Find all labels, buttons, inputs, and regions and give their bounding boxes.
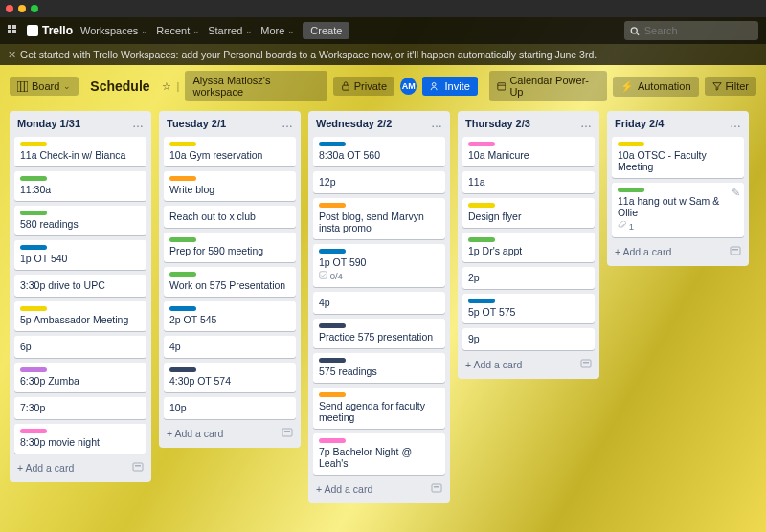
minimize-window-icon[interactable]	[18, 5, 26, 12]
nav-recent[interactable]: Recent⌄	[156, 25, 200, 36]
banner-text: Get started with Trello Workspaces: add …	[20, 49, 597, 60]
member-avatar[interactable]: AM	[400, 78, 417, 95]
card[interactable]: 8:30a OT 560	[313, 137, 445, 166]
filter-button[interactable]: Filter	[705, 77, 756, 96]
card[interactable]: 4p	[164, 336, 296, 358]
add-card-button[interactable]: + Add a card	[313, 479, 445, 496]
add-card-button[interactable]: + Add a card	[164, 424, 296, 440]
card[interactable]: 10a OTSC - Faculty Meeting	[612, 137, 744, 178]
card[interactable]: 10a Gym reservation	[164, 137, 296, 166]
card[interactable]: Prep for 590 meeting	[164, 233, 296, 262]
card[interactable]: Reach out to x club	[164, 206, 296, 228]
board-title[interactable]: Schedule	[84, 76, 155, 97]
close-window-icon[interactable]	[6, 5, 13, 12]
list: Monday 1/31…11a Check-in w/ Bianca11:30a…	[10, 111, 151, 482]
card[interactable]: 5p OT 575	[462, 294, 595, 323]
card[interactable]: 10p	[164, 397, 296, 419]
card[interactable]: 580 readings	[14, 206, 146, 235]
board-view-button[interactable]: Board⌄	[10, 77, 79, 96]
list-title[interactable]: Thursday 2/3	[465, 118, 530, 129]
search-box[interactable]	[624, 21, 758, 40]
card-label	[468, 299, 495, 303]
card-label	[169, 272, 196, 277]
create-button[interactable]: Create	[303, 22, 349, 39]
list-title[interactable]: Tuesday 2/1	[167, 118, 226, 129]
app-menu-icon[interactable]	[8, 25, 19, 36]
list-title[interactable]: Friday 2/4	[615, 118, 664, 129]
card-template-icon[interactable]	[282, 427, 293, 440]
card[interactable]: 4p	[313, 292, 445, 314]
card[interactable]: 1p OT 590 0/4	[313, 244, 445, 287]
card[interactable]: 12p	[313, 171, 445, 193]
star-board-icon[interactable]: ☆	[162, 80, 171, 93]
svg-point-10	[433, 83, 437, 87]
add-card-button[interactable]: + Add a card	[462, 355, 595, 371]
list-menu-icon[interactable]: …	[580, 117, 592, 130]
list: Thursday 2/3…10a Manicure11aDesign flyer…	[458, 111, 599, 379]
card-text: 8:30a OT 560	[319, 149, 439, 161]
card-label	[319, 203, 346, 208]
card[interactable]: Write blog	[164, 171, 296, 201]
automation-button[interactable]: ⚡Automation	[613, 77, 699, 97]
card[interactable]: Work on 575 Presentation	[164, 267, 296, 297]
card-label	[169, 142, 196, 146]
card-template-icon[interactable]	[730, 245, 741, 258]
add-card-button[interactable]: + Add a card	[612, 242, 744, 258]
card[interactable]: 4:30p OT 574	[164, 363, 296, 392]
card[interactable]: 1p OT 540	[14, 240, 146, 270]
svg-rect-15	[282, 429, 292, 436]
card[interactable]: 2p OT 545	[164, 301, 296, 331]
nav-more[interactable]: More⌄	[260, 25, 295, 36]
list-title[interactable]: Monday 1/31	[17, 118, 80, 129]
card[interactable]: 7p Bachelor Night @ Leah's	[313, 433, 445, 475]
visibility-button[interactable]: Private	[333, 77, 394, 96]
card[interactable]: 2p	[462, 267, 595, 289]
brand-logo[interactable]: Trello	[27, 24, 73, 37]
list-menu-icon[interactable]: …	[730, 117, 741, 130]
card[interactable]: 8:30p movie night	[14, 424, 146, 454]
board-canvas[interactable]: Monday 1/31…11a Check-in w/ Bianca11:30a…	[0, 107, 766, 507]
card-template-icon[interactable]	[431, 482, 442, 496]
maximize-window-icon[interactable]	[31, 5, 38, 12]
invite-button[interactable]: Invite	[422, 77, 477, 96]
card[interactable]: 11:30a	[14, 171, 146, 201]
card[interactable]: 11a Check-in w/ Bianca	[14, 137, 146, 166]
card[interactable]: 11a hang out w Sam & Ollie 1✎	[612, 183, 744, 237]
add-card-button[interactable]: + Add a card	[14, 458, 146, 475]
card[interactable]: 9p	[462, 328, 595, 350]
list-menu-icon[interactable]: …	[431, 117, 442, 130]
calendar-powerup-button[interactable]: Calendar Power-Up	[489, 71, 607, 101]
card[interactable]: 5p Ambassador Meeting	[14, 301, 146, 331]
card[interactable]: 3:30p drive to UPC	[14, 275, 146, 297]
card[interactable]: Practice 575 presentation	[313, 319, 445, 348]
card-text: 11:30a	[20, 184, 141, 195]
card[interactable]: 11a	[462, 171, 595, 193]
nav-starred[interactable]: Starred⌄	[208, 25, 253, 36]
list-title[interactable]: Wednesday 2/2	[316, 118, 392, 129]
card[interactable]: 6p	[14, 336, 146, 358]
workspace-dropdown[interactable]: Alyssa Matlosz's workspace	[185, 71, 327, 101]
card[interactable]: 6:30p Zumba	[14, 363, 146, 392]
chevron-down-icon: ⌄	[63, 81, 71, 91]
card[interactable]: Send agenda for faculty meeting	[313, 388, 445, 429]
list-menu-icon[interactable]: …	[132, 117, 144, 130]
list: Tuesday 2/1…10a Gym reservationWrite blo…	[159, 111, 301, 448]
card[interactable]: 7:30p	[14, 397, 146, 419]
card[interactable]: Design flyer	[462, 198, 595, 228]
card[interactable]: Post blog, send Marvyn insta promo	[313, 198, 445, 239]
card[interactable]: 10a Manicure	[462, 137, 595, 166]
card[interactable]: 575 readings	[313, 353, 445, 383]
svg-rect-22	[731, 247, 740, 255]
card-text: 575 readings	[319, 366, 439, 377]
card[interactable]: 1p Dr's appt	[462, 233, 595, 262]
banner-close-icon[interactable]: ✕	[8, 49, 16, 60]
search-input[interactable]	[644, 25, 753, 36]
trello-icon	[27, 25, 38, 36]
edit-card-icon[interactable]: ✎	[732, 187, 740, 198]
nav-workspaces[interactable]: Workspaces⌄	[80, 25, 148, 36]
list-menu-icon[interactable]: …	[282, 117, 293, 130]
card-template-icon[interactable]	[580, 358, 592, 371]
card-text: 3:30p drive to UPC	[20, 279, 141, 291]
card-label	[20, 306, 47, 311]
card-template-icon[interactable]	[132, 461, 144, 475]
